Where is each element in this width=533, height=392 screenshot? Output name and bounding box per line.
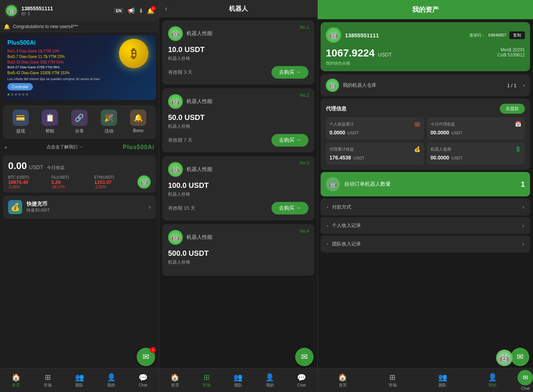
notification-badge: 0 [151, 6, 156, 11]
robot-card-4-name: 机器人性能 [187, 234, 212, 241]
quick-charge[interactable]: 💰 快捷充币 快速买USDT › [3, 196, 156, 219]
home-icon: 🏠 [11, 373, 21, 382]
robot-card-3: 🤖 机器人性能 No.3 100.0 USDT 机器人价格 有效期 15 天 去… [162, 156, 314, 220]
mid-panel: ‹ 机器人 🤖 机器人性能 No.1 10.0 USDT 机器人价格 有效期 3… [159, 0, 318, 392]
right-nav-market[interactable]: ⊞ 市场 [368, 373, 417, 388]
right-market-label: 市场 [389, 382, 397, 388]
robot-price-label-1: 机器人价格 [168, 55, 308, 62]
warehouse-card[interactable]: 🤖 我的机器人仓库 1 / 1 › [321, 74, 530, 96]
share-icon: 🔗 [71, 110, 88, 126]
menu-arrow-2: › [522, 223, 524, 228]
agency-item-robot-rebate: 机器人返佣 💲 00.0000 USDT [427, 142, 525, 165]
download-icon[interactable]: ⬇ [139, 7, 143, 14]
menu-personal-income[interactable]: ● 个人收入记录 › [321, 217, 530, 234]
brand-link[interactable]: ● 点击去了解我们 → Plus500Ai [3, 142, 156, 152]
fil-name: FIL(USDT) [51, 175, 91, 179]
robot-validity-1: 有效期 3 天 [168, 69, 192, 76]
dot-6 [26, 93, 28, 96]
translate-icon[interactable]: 📢 [127, 7, 135, 14]
left-nav-chat[interactable]: 💬 Chat [127, 373, 159, 387]
left-nav-home[interactable]: 🏠 首页 [0, 373, 32, 388]
agency-item-3-value: 176.4538 [329, 155, 351, 161]
action-share[interactable]: 🔗 分享 [71, 110, 88, 134]
robot-list: 🤖 机器人性能 No.1 10.0 USDT 机器人价格 有效期 3 天 去购买… [159, 17, 317, 368]
auto-order-label: 自动订单机器人数量 [344, 181, 516, 188]
mid-nav-home[interactable]: 🏠 首页 [159, 373, 191, 388]
left-nav-market[interactable]: ⊞ 市场 [32, 373, 64, 388]
mex-value: Mex$ 20291 [497, 47, 525, 52]
banner: Plus500Ai Bot1-3 Dias-Gane 1$-YTM 10% Bo… [3, 35, 156, 100]
bell-icon: 🔔 [4, 24, 10, 30]
agency-item-2-unit: USDT [452, 131, 463, 135]
right-nav-team[interactable]: 👥 团队 [418, 373, 468, 388]
right-nav-mine[interactable]: 👤 我的 [468, 373, 517, 388]
robot-validity-2: 有效期 7 天 [168, 137, 192, 144]
action-withdraw[interactable]: 💳 提现 [13, 110, 29, 134]
agency-item-4-unit: USDT [452, 156, 463, 160]
right-nav-chat[interactable]: ✉ Chat [517, 370, 533, 391]
right-chat-float[interactable]: ✉ [511, 348, 529, 366]
home-label: 首页 [12, 382, 20, 388]
team-label: 团队 [75, 382, 83, 388]
chat-nav-label: Chat [521, 386, 529, 391]
crypto-eth: ETH(USDT) 1253.07 -2.02% [94, 175, 134, 189]
user-id: ID: 3 [21, 11, 111, 16]
auto-order-card: 🤖 自动订单机器人数量 1 [321, 172, 530, 196]
robot-price-label-3: 机器人价格 [168, 191, 308, 197]
buy-btn-2[interactable]: 去购买 → [271, 134, 308, 147]
left-nav-team[interactable]: 👥 团队 [64, 373, 95, 388]
fil-price: 3.29 [51, 179, 91, 185]
mid-mine-icon: 👤 [265, 373, 274, 382]
warehouse-arrow-icon: › [523, 82, 525, 88]
mid-nav-team[interactable]: 👥 团队 [222, 373, 254, 388]
buy-btn-1[interactable]: 去购买 → [271, 66, 308, 79]
left-nav-mine[interactable]: 👤 我的 [95, 373, 127, 388]
right-home-icon: 🏠 [338, 373, 347, 382]
balance-value: 1067.9224 [326, 47, 375, 59]
banner-btn[interactable]: Controlar [7, 83, 33, 90]
crypto-fil: FIL(USDT) 3.29 -28.17% [51, 175, 91, 189]
marquee-bar: 🔔 Congratulations to new users4*** [0, 21, 159, 32]
notification-icon[interactable]: 🔔 0 [147, 7, 154, 14]
robot-card-4-icon: 🤖 [168, 230, 183, 245]
menu-team-income[interactable]: ● 团队收入记录 › [321, 235, 530, 252]
right-nav-home[interactable]: 🏠 首页 [318, 373, 368, 388]
action-help[interactable]: 📋 帮助 [42, 110, 58, 134]
action-activity[interactable]: 🎉 活动 [101, 110, 117, 134]
agency-item-4-header: 机器人返佣 💲 [431, 146, 522, 152]
robot-price-1: 10.0 USDT [168, 45, 308, 54]
mid-nav-market[interactable]: ⊞ 市场 [191, 373, 223, 388]
agency-item-1-label: 个人收益累计 [329, 121, 354, 127]
action-bono[interactable]: 🔔 Bono [130, 110, 146, 134]
mid-mine-label: 我的 [266, 382, 274, 388]
bitcoin-icon: ₿ [119, 39, 148, 68]
mid-chat-float[interactable]: ✉ [295, 348, 314, 366]
copy-button[interactable]: 复制 [509, 31, 525, 39]
user-info: 13855551111 ID: 3 [21, 6, 111, 16]
chat-nav-icon: ✉ [517, 370, 533, 385]
mid-nav-chat[interactable]: 💬 Chat [286, 373, 317, 387]
back-button[interactable]: ‹ [165, 5, 167, 13]
mid-nav-mine[interactable]: 👤 我的 [254, 373, 286, 388]
chat-notification-badge: 1 [150, 347, 156, 353]
agency-item-1-header: 个人收益累计 💼 [329, 121, 420, 127]
brand-link-text: 点击去了解我们 → [47, 144, 83, 150]
agency-item-2-header: 今日代理收益 📅 [431, 121, 522, 127]
left-chat-float[interactable]: ✉ 1 [137, 348, 155, 366]
robot-footer-1: 有效期 3 天 去购买 → [168, 66, 308, 79]
banner-subtext: Los robots del mismo tipo se pueden comp… [7, 77, 151, 81]
robot-footer-2: 有效期 7 天 去购买 → [168, 134, 308, 147]
actions-row: 💳 提现 📋 帮助 🔗 分享 🎉 活动 🔔 Bono [6, 110, 153, 134]
asset-header-card: 🤖 13855551111 邀请码： 69846857 复制 1067.9224… [321, 22, 530, 71]
agency-item-1-value: 0.0000 [329, 130, 345, 135]
lang-badge[interactable]: EN [114, 8, 124, 14]
menu-payment[interactable]: ● 付款方式 › [321, 199, 530, 216]
balance-unit: USDT [378, 52, 392, 58]
robot-card-4: 🤖 机器人性能 No.4 500.0 USDT 机器人价格 [162, 224, 314, 276]
buy-btn-3[interactable]: 去购买 → [271, 202, 308, 214]
earnings-value: 0.00 [8, 160, 27, 172]
warehouse-icon: 🤖 [326, 79, 339, 92]
agency-item-3-label: 代理累计收益 [329, 147, 354, 152]
robot-card-1: 🤖 机器人性能 No.1 10.0 USDT 机器人价格 有效期 3 天 去购买… [162, 20, 314, 85]
withdraw-button[interactable]: 去提款 [500, 104, 525, 114]
